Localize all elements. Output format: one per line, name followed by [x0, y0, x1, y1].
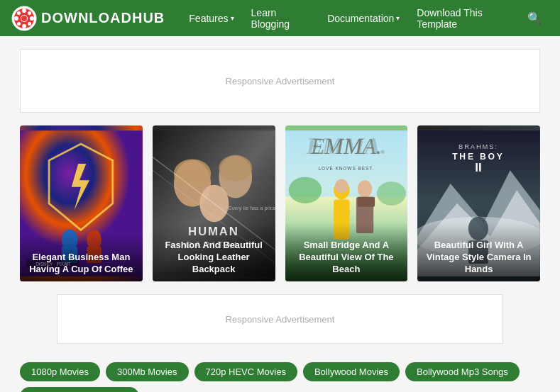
svg-point-9	[17, 22, 21, 26]
card-3-title: Small Bridge And A Beautiful View Of The…	[291, 240, 402, 276]
card-2-title: Fashion And Beautiful Looking Leather Ba…	[158, 240, 270, 276]
brand-text: DOWNLOADHUB	[41, 10, 165, 26]
card-4-overlay: Beautiful Girl With A Vintage Style Came…	[417, 223, 540, 281]
tag-720p-hevc-movies[interactable]: 720p HEVC Movies	[194, 362, 297, 381]
tags-row: 1080p Movies 300Mb Movies 720p HEVC Movi…	[0, 355, 560, 392]
svg-text:LOVE KNOWS BEST.: LOVE KNOWS BEST.	[318, 166, 374, 171]
nav-links: Features ▾ Learn Blogging Documentation …	[182, 3, 520, 34]
card-2-overlay: Fashion And Beautiful Looking Leather Ba…	[153, 223, 275, 281]
svg-point-5	[14, 16, 18, 21]
brand-icon	[11, 6, 37, 31]
cards-grid: DISNEY · PIXAR Elegant Business Man Havi…	[0, 125, 560, 281]
ad-banner-top-text: Responsive Advertisement	[226, 76, 335, 86]
tag-bollywood-mp3-songs[interactable]: Bollywood Mp3 Songs	[405, 362, 520, 381]
nav-learn-blogging[interactable]: Learn Blogging	[244, 3, 318, 34]
card-1[interactable]: DISNEY · PIXAR Elegant Business Man Havi…	[20, 125, 143, 281]
svg-text:EMMA.: EMMA.	[310, 134, 382, 159]
svg-point-21	[174, 159, 211, 188]
svg-point-8	[28, 11, 31, 15]
tag-300mb-movies[interactable]: 300Mb Movies	[106, 362, 189, 381]
card-3-overlay: Small Bridge And A Beautiful View Of The…	[285, 223, 408, 281]
card-4[interactable]: BRAHMS: THE BOY II Beautiful Girl With A…	[417, 125, 540, 281]
svg-text:BRAHMS:: BRAHMS:	[459, 143, 498, 150]
svg-point-10	[28, 22, 31, 26]
ad-banner-middle: Responsive Advertisement	[57, 294, 503, 344]
card-1-overlay: Elegant Business Man Having A Cup Of Cof…	[20, 235, 143, 281]
card-4-title: Beautiful Girl With A Vintage Style Came…	[423, 240, 534, 276]
card-3[interactable]: EMMA. EMMA. LOVE KNOWS BEST. Small Bridg…	[285, 125, 408, 281]
docs-dropdown-icon: ▾	[396, 14, 400, 22]
navbar: DOWNLOADHUB Features ▾ Learn Blogging Do…	[0, 0, 560, 36]
svg-text:II: II	[475, 161, 481, 174]
nav-features[interactable]: Features ▾	[182, 9, 241, 28]
svg-point-7	[17, 11, 21, 15]
svg-point-4	[22, 24, 26, 28]
svg-rect-39	[357, 197, 374, 207]
card-1-title: Elegant Business Man Having A Cup Of Cof…	[26, 252, 137, 276]
svg-point-33	[376, 181, 405, 206]
svg-point-6	[30, 16, 34, 21]
nav-documentation[interactable]: Documentation ▾	[320, 9, 407, 28]
svg-point-11	[21, 16, 27, 21]
ad-banner-middle-text: Responsive Advertisement	[226, 314, 335, 325]
tag-1080p-movies[interactable]: 1080p Movies	[20, 362, 100, 381]
ad-banner-top: Responsive Advertisement	[20, 49, 540, 113]
card-2[interactable]: HUMAN CAPITAL Every lie has a price Fash…	[153, 125, 275, 281]
brand-logo[interactable]: DOWNLOADHUB	[11, 6, 165, 31]
svg-point-32	[288, 177, 322, 203]
svg-point-23	[219, 155, 252, 181]
svg-point-37	[357, 180, 372, 197]
svg-point-3	[22, 9, 26, 13]
svg-text:Every lie has a price: Every lie has a price	[228, 205, 275, 211]
tag-bollywood-movies[interactable]: Bollywood Movies	[303, 362, 400, 381]
search-icon[interactable]: 🔍	[520, 7, 549, 29]
svg-point-36	[335, 179, 348, 194]
tag-bollywood-video-songs[interactable]: Bollywood Video Songs	[20, 387, 139, 392]
nav-download-template[interactable]: Download This Template	[410, 3, 520, 34]
features-dropdown-icon: ▾	[231, 14, 234, 22]
